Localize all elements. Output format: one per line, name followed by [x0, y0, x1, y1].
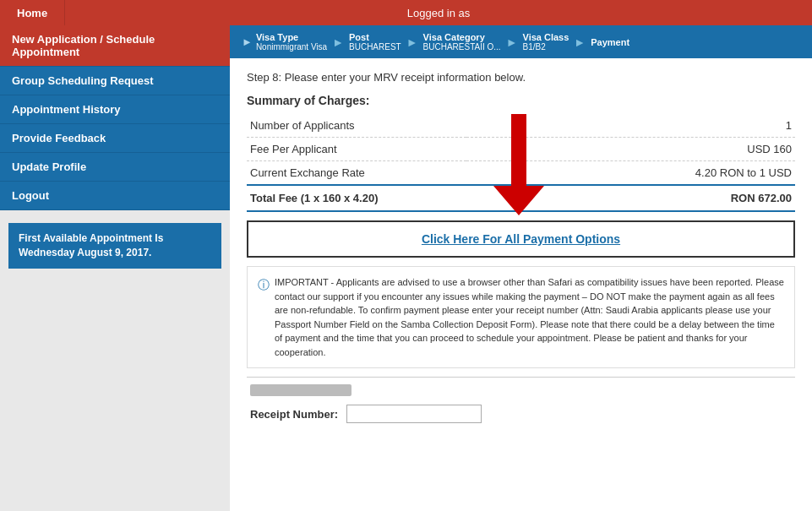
step-visa-type-value: Nonimmigrant Visa [256, 42, 327, 52]
first-available-appointment-box: First Available Appointment Is Wednesday… [8, 223, 221, 269]
fee-per-applicant-value: USD 160 [466, 138, 795, 161]
exchange-rate-value: 4.20 RON to 1 USD [466, 161, 795, 186]
table-row: Fee Per Applicant USD 160 [247, 138, 795, 161]
sidebar-item-update-profile[interactable]: Update Profile [0, 153, 230, 182]
sidebar-item-appointment-history[interactable]: Appointment History [0, 95, 230, 124]
info-icon: ⓘ [258, 276, 270, 294]
fee-per-applicant-label: Fee Per Applicant [247, 138, 466, 161]
summary-title: Summary of Charges: [247, 94, 795, 107]
step-visa-type-label: Visa Type [256, 32, 327, 42]
step-post-value: BUCHAREST [349, 42, 401, 52]
step-visa-category-label: Visa Category [423, 32, 501, 42]
step-arrow-3: ► [506, 35, 518, 49]
home-button[interactable]: Home [0, 0, 65, 25]
step-arrow-1: ► [332, 35, 344, 49]
receipt-section: Receipt Number: [247, 377, 795, 430]
sidebar-item-new-application[interactable]: New Application / Schedule Appointment [0, 25, 230, 67]
receipt-number-input[interactable] [346, 405, 482, 423]
step-payment: Payment [591, 37, 629, 47]
steps-bar: ► Visa Type Nonimmigrant Visa ► Post BUC… [230, 25, 812, 58]
table-row: Number of Applicants 1 [247, 114, 795, 138]
step-payment-label: Payment [591, 37, 629, 47]
important-notice-text: IMPORTANT - Applicants are advised to us… [275, 275, 784, 359]
step-arrow-4: ► [574, 35, 586, 49]
important-notice: ⓘ IMPORTANT - Applicants are advised to … [247, 266, 795, 368]
step-instruction: Step 8: Please enter your MRV receipt in… [247, 71, 795, 84]
payment-options-container: Click Here For All Payment Options [247, 220, 795, 258]
charges-table: Number of Applicants 1 Fee Per Applicant… [247, 114, 795, 212]
total-fee-value: RON 672.00 [466, 185, 795, 211]
sidebar-item-logout[interactable]: Logout [0, 182, 230, 210]
step-visa-category: Visa Category BUCHARESTAII O... [423, 32, 501, 52]
number-applicants-label: Number of Applicants [247, 114, 466, 138]
sidebar-menu: New Application / Schedule Appointment G… [0, 25, 230, 210]
step-visa-category-value: BUCHARESTAII O... [423, 42, 501, 52]
step-post: Post BUCHAREST [349, 32, 401, 52]
step-arrow-2: ► [406, 35, 418, 49]
charges-section: Number of Applicants 1 Fee Per Applicant… [247, 114, 795, 212]
payment-options-link[interactable]: Click Here For All Payment Options [422, 232, 620, 246]
sidebar-item-group-scheduling[interactable]: Group Scheduling Request [0, 67, 230, 95]
table-row: Current Exchange Rate 4.20 RON to 1 USD [247, 161, 795, 186]
main-layout: New Application / Schedule Appointment G… [0, 25, 812, 511]
number-applicants-value: 1 [466, 114, 795, 138]
sidebar: New Application / Schedule Appointment G… [0, 25, 230, 511]
receipt-row: Receipt Number: [250, 405, 792, 423]
receipt-bar-graphic [250, 384, 352, 396]
step-visa-class-label: Visa Class [523, 32, 569, 42]
step-visa-type: Visa Type Nonimmigrant Visa [256, 32, 327, 52]
step-post-label: Post [349, 32, 401, 42]
step-visa-class: Visa Class B1/B2 [523, 32, 569, 52]
content-area: Step 8: Please enter your MRV receipt in… [230, 58, 812, 443]
receipt-number-label: Receipt Number: [250, 408, 338, 421]
total-row: Total Fee (1 x 160 x 4.20) RON 672.00 [247, 185, 795, 211]
sidebar-item-provide-feedback[interactable]: Provide Feedback [0, 124, 230, 153]
total-fee-label: Total Fee (1 x 160 x 4.20) [247, 185, 466, 211]
top-bar: Home Logged in as [0, 0, 812, 25]
main-content: ► Visa Type Nonimmigrant Visa ► Post BUC… [230, 25, 812, 511]
logged-in-label: Logged in as [65, 7, 812, 19]
step-visa-class-value: B1/B2 [523, 42, 569, 52]
exchange-rate-label: Current Exchange Rate [247, 161, 466, 186]
step-chevron-0: ► [242, 35, 253, 48]
